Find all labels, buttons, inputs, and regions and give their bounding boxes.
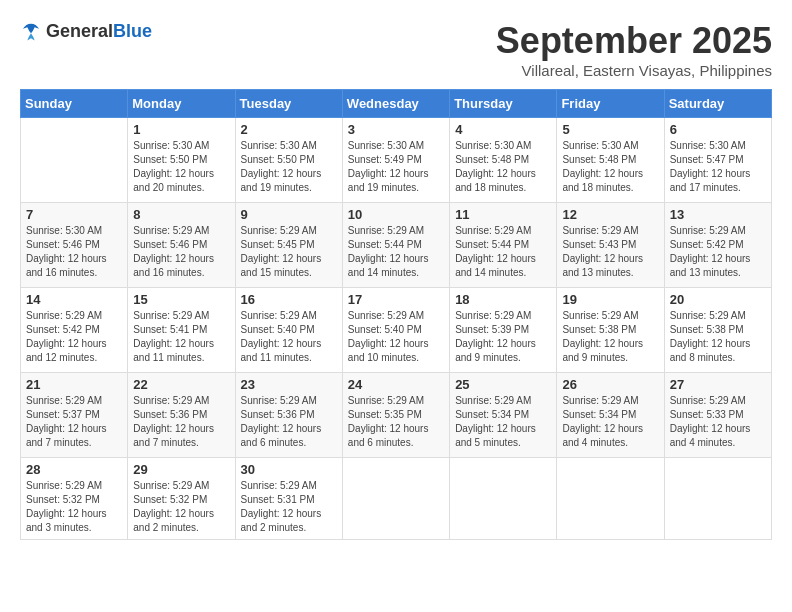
day-number: 14	[26, 292, 122, 307]
sunrise-text: Sunrise: 5:29 AM	[670, 310, 746, 321]
calendar-day-cell: 4 Sunrise: 5:30 AM Sunset: 5:48 PM Dayli…	[450, 118, 557, 203]
sunrise-text: Sunrise: 5:30 AM	[26, 225, 102, 236]
day-number: 11	[455, 207, 551, 222]
daylight-text: Daylight: 12 hours and 15 minutes.	[241, 253, 322, 278]
day-number: 21	[26, 377, 122, 392]
weekday-header: Tuesday	[235, 90, 342, 118]
sunset-text: Sunset: 5:35 PM	[348, 409, 422, 420]
sunrise-text: Sunrise: 5:29 AM	[348, 395, 424, 406]
day-number: 12	[562, 207, 658, 222]
sunset-text: Sunset: 5:36 PM	[241, 409, 315, 420]
calendar-day-cell: 9 Sunrise: 5:29 AM Sunset: 5:45 PM Dayli…	[235, 203, 342, 288]
day-number: 18	[455, 292, 551, 307]
daylight-text: Daylight: 12 hours and 14 minutes.	[455, 253, 536, 278]
calendar-day-cell: 7 Sunrise: 5:30 AM Sunset: 5:46 PM Dayli…	[21, 203, 128, 288]
calendar-day-cell: 6 Sunrise: 5:30 AM Sunset: 5:47 PM Dayli…	[664, 118, 771, 203]
calendar-day-cell: 3 Sunrise: 5:30 AM Sunset: 5:49 PM Dayli…	[342, 118, 449, 203]
day-number: 16	[241, 292, 337, 307]
day-number: 2	[241, 122, 337, 137]
day-number: 6	[670, 122, 766, 137]
day-number: 5	[562, 122, 658, 137]
calendar-day-cell: 27 Sunrise: 5:29 AM Sunset: 5:33 PM Dayl…	[664, 373, 771, 458]
calendar-day-cell: 5 Sunrise: 5:30 AM Sunset: 5:48 PM Dayli…	[557, 118, 664, 203]
day-info: Sunrise: 5:29 AM Sunset: 5:31 PM Dayligh…	[241, 479, 337, 535]
sunrise-text: Sunrise: 5:30 AM	[241, 140, 317, 151]
sunset-text: Sunset: 5:32 PM	[26, 494, 100, 505]
daylight-text: Daylight: 12 hours and 2 minutes.	[241, 508, 322, 533]
daylight-text: Daylight: 12 hours and 13 minutes.	[562, 253, 643, 278]
sunset-text: Sunset: 5:44 PM	[348, 239, 422, 250]
daylight-text: Daylight: 12 hours and 13 minutes.	[670, 253, 751, 278]
day-info: Sunrise: 5:29 AM Sunset: 5:37 PM Dayligh…	[26, 394, 122, 450]
day-info: Sunrise: 5:29 AM Sunset: 5:42 PM Dayligh…	[670, 224, 766, 280]
logo-icon	[20, 20, 42, 42]
sunset-text: Sunset: 5:38 PM	[670, 324, 744, 335]
weekday-header: Thursday	[450, 90, 557, 118]
calendar-day-cell	[664, 458, 771, 540]
sunset-text: Sunset: 5:39 PM	[455, 324, 529, 335]
day-number: 9	[241, 207, 337, 222]
calendar-day-cell: 11 Sunrise: 5:29 AM Sunset: 5:44 PM Dayl…	[450, 203, 557, 288]
daylight-text: Daylight: 12 hours and 17 minutes.	[670, 168, 751, 193]
sunrise-text: Sunrise: 5:29 AM	[670, 225, 746, 236]
calendar-day-cell: 22 Sunrise: 5:29 AM Sunset: 5:36 PM Dayl…	[128, 373, 235, 458]
sunrise-text: Sunrise: 5:29 AM	[133, 225, 209, 236]
day-number: 1	[133, 122, 229, 137]
daylight-text: Daylight: 12 hours and 6 minutes.	[348, 423, 429, 448]
day-number: 13	[670, 207, 766, 222]
calendar-day-cell: 17 Sunrise: 5:29 AM Sunset: 5:40 PM Dayl…	[342, 288, 449, 373]
sunrise-text: Sunrise: 5:29 AM	[455, 225, 531, 236]
calendar-week-row: 7 Sunrise: 5:30 AM Sunset: 5:46 PM Dayli…	[21, 203, 772, 288]
daylight-text: Daylight: 12 hours and 16 minutes.	[26, 253, 107, 278]
daylight-text: Daylight: 12 hours and 20 minutes.	[133, 168, 214, 193]
calendar-header-row: SundayMondayTuesdayWednesdayThursdayFrid…	[21, 90, 772, 118]
sunset-text: Sunset: 5:48 PM	[455, 154, 529, 165]
calendar-day-cell: 25 Sunrise: 5:29 AM Sunset: 5:34 PM Dayl…	[450, 373, 557, 458]
day-info: Sunrise: 5:29 AM Sunset: 5:46 PM Dayligh…	[133, 224, 229, 280]
day-info: Sunrise: 5:29 AM Sunset: 5:43 PM Dayligh…	[562, 224, 658, 280]
weekday-header: Sunday	[21, 90, 128, 118]
day-info: Sunrise: 5:29 AM Sunset: 5:32 PM Dayligh…	[133, 479, 229, 535]
calendar-week-row: 1 Sunrise: 5:30 AM Sunset: 5:50 PM Dayli…	[21, 118, 772, 203]
calendar-day-cell: 13 Sunrise: 5:29 AM Sunset: 5:42 PM Dayl…	[664, 203, 771, 288]
day-info: Sunrise: 5:29 AM Sunset: 5:38 PM Dayligh…	[670, 309, 766, 365]
calendar-week-row: 21 Sunrise: 5:29 AM Sunset: 5:37 PM Dayl…	[21, 373, 772, 458]
sunset-text: Sunset: 5:50 PM	[133, 154, 207, 165]
sunrise-text: Sunrise: 5:30 AM	[562, 140, 638, 151]
calendar-day-cell: 15 Sunrise: 5:29 AM Sunset: 5:41 PM Dayl…	[128, 288, 235, 373]
day-info: Sunrise: 5:29 AM Sunset: 5:39 PM Dayligh…	[455, 309, 551, 365]
daylight-text: Daylight: 12 hours and 11 minutes.	[133, 338, 214, 363]
sunrise-text: Sunrise: 5:29 AM	[241, 480, 317, 491]
day-info: Sunrise: 5:30 AM Sunset: 5:50 PM Dayligh…	[241, 139, 337, 195]
day-number: 4	[455, 122, 551, 137]
daylight-text: Daylight: 12 hours and 4 minutes.	[562, 423, 643, 448]
day-info: Sunrise: 5:30 AM Sunset: 5:48 PM Dayligh…	[562, 139, 658, 195]
calendar-day-cell: 1 Sunrise: 5:30 AM Sunset: 5:50 PM Dayli…	[128, 118, 235, 203]
daylight-text: Daylight: 12 hours and 19 minutes.	[348, 168, 429, 193]
sunrise-text: Sunrise: 5:29 AM	[562, 395, 638, 406]
daylight-text: Daylight: 12 hours and 18 minutes.	[455, 168, 536, 193]
sunset-text: Sunset: 5:38 PM	[562, 324, 636, 335]
calendar-day-cell: 2 Sunrise: 5:30 AM Sunset: 5:50 PM Dayli…	[235, 118, 342, 203]
sunrise-text: Sunrise: 5:30 AM	[348, 140, 424, 151]
calendar-day-cell: 21 Sunrise: 5:29 AM Sunset: 5:37 PM Dayl…	[21, 373, 128, 458]
daylight-text: Daylight: 12 hours and 5 minutes.	[455, 423, 536, 448]
day-number: 22	[133, 377, 229, 392]
day-info: Sunrise: 5:29 AM Sunset: 5:44 PM Dayligh…	[348, 224, 444, 280]
sunset-text: Sunset: 5:34 PM	[562, 409, 636, 420]
day-number: 27	[670, 377, 766, 392]
sunset-text: Sunset: 5:47 PM	[670, 154, 744, 165]
calendar-day-cell: 19 Sunrise: 5:29 AM Sunset: 5:38 PM Dayl…	[557, 288, 664, 373]
day-info: Sunrise: 5:29 AM Sunset: 5:44 PM Dayligh…	[455, 224, 551, 280]
calendar-day-cell: 14 Sunrise: 5:29 AM Sunset: 5:42 PM Dayl…	[21, 288, 128, 373]
sunset-text: Sunset: 5:34 PM	[455, 409, 529, 420]
sunset-text: Sunset: 5:33 PM	[670, 409, 744, 420]
daylight-text: Daylight: 12 hours and 14 minutes.	[348, 253, 429, 278]
daylight-text: Daylight: 12 hours and 7 minutes.	[133, 423, 214, 448]
day-info: Sunrise: 5:29 AM Sunset: 5:34 PM Dayligh…	[562, 394, 658, 450]
sunrise-text: Sunrise: 5:29 AM	[133, 310, 209, 321]
daylight-text: Daylight: 12 hours and 6 minutes.	[241, 423, 322, 448]
sunset-text: Sunset: 5:42 PM	[670, 239, 744, 250]
daylight-text: Daylight: 12 hours and 9 minutes.	[455, 338, 536, 363]
location-title: Villareal, Eastern Visayas, Philippines	[496, 62, 772, 79]
